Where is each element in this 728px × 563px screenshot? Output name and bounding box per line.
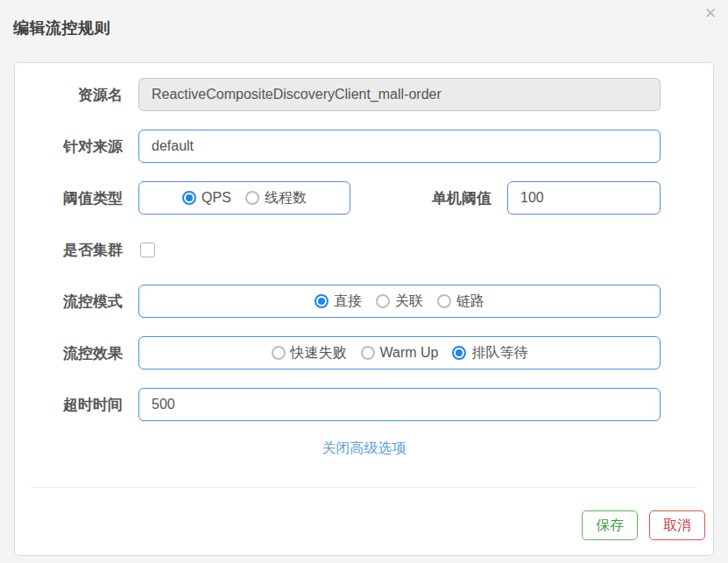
grade-option-qps-label: QPS xyxy=(201,190,231,206)
behavior-option-fail-fast-label: 快速失败 xyxy=(291,344,347,362)
toggle-advanced-link[interactable]: 关闭高级选项 xyxy=(15,440,713,457)
limit-app-control xyxy=(138,130,661,163)
timeout-control xyxy=(138,388,661,421)
strategy-option-chain-label: 链路 xyxy=(456,292,484,311)
grade-option-thread-label: 线程数 xyxy=(265,189,307,208)
radio-checked-icon[interactable] xyxy=(452,346,466,360)
grade-option-qps[interactable]: QPS xyxy=(182,190,231,206)
strategy-row: 流控模式 直接 关联 链路 xyxy=(32,285,661,318)
cancel-button[interactable]: 取消 xyxy=(649,510,705,540)
behavior-control: 快速失败 Warm Up 排队等待 xyxy=(138,336,661,369)
radio-unchecked-icon[interactable] xyxy=(272,346,286,360)
strategy-radio-group: 直接 关联 链路 xyxy=(138,285,661,318)
threshold-input[interactable] xyxy=(507,181,661,215)
radio-checked-icon[interactable] xyxy=(182,191,196,205)
behavior-label: 流控效果 xyxy=(32,343,138,363)
grade-row: 阈值类型 QPS 线程数 单机阈值 xyxy=(32,181,661,215)
radio-unchecked-icon[interactable] xyxy=(437,294,451,308)
dialog-title: 编辑流控规则 xyxy=(13,18,110,39)
behavior-option-queue[interactable]: 排队等待 xyxy=(452,344,527,362)
close-icon[interactable]: ✕ xyxy=(701,4,720,24)
behavior-option-warm-up-label: Warm Up xyxy=(380,345,439,361)
strategy-option-direct-label: 直接 xyxy=(334,292,362,311)
radio-checked-icon[interactable] xyxy=(315,294,329,308)
threshold-label: 单机阈值 xyxy=(432,188,491,208)
strategy-option-chain[interactable]: 链路 xyxy=(437,292,484,311)
timeout-row: 超时时间 xyxy=(32,388,661,421)
radio-unchecked-icon[interactable] xyxy=(245,191,259,205)
dialog-footer: 保存 取消 xyxy=(15,488,713,540)
radio-unchecked-icon[interactable] xyxy=(376,294,390,308)
radio-unchecked-icon[interactable] xyxy=(361,346,375,360)
strategy-option-relate[interactable]: 关联 xyxy=(376,292,423,311)
cluster-checkbox[interactable] xyxy=(140,243,155,257)
grade-option-thread[interactable]: 线程数 xyxy=(245,189,307,208)
behavior-option-queue-label: 排队等待 xyxy=(471,344,527,362)
behavior-row: 流控效果 快速失败 Warm Up 排队等待 xyxy=(32,336,661,369)
grade-control: QPS 线程数 单机阈值 xyxy=(138,181,661,215)
strategy-control: 直接 关联 链路 xyxy=(138,285,661,318)
edit-rule-form-panel: 资源名 针对来源 阈值类型 QPS 线程数 单机阈值 xyxy=(14,62,714,556)
grade-label: 阈值类型 xyxy=(32,188,138,208)
cluster-row: 是否集群 xyxy=(32,233,661,266)
timeout-input[interactable] xyxy=(138,388,661,421)
behavior-option-warm-up[interactable]: Warm Up xyxy=(361,345,439,361)
resource-input xyxy=(138,78,661,111)
strategy-label: 流控模式 xyxy=(32,292,138,312)
timeout-label: 超时时间 xyxy=(32,395,138,415)
resource-label: 资源名 xyxy=(32,85,138,105)
cluster-control xyxy=(138,233,661,266)
strategy-option-direct[interactable]: 直接 xyxy=(315,292,362,311)
save-button[interactable]: 保存 xyxy=(582,510,638,540)
limit-app-row: 针对来源 xyxy=(32,130,661,163)
limit-app-input[interactable] xyxy=(138,130,661,163)
resource-row: 资源名 xyxy=(32,78,661,111)
cluster-label: 是否集群 xyxy=(32,240,138,260)
behavior-option-fail-fast[interactable]: 快速失败 xyxy=(272,344,347,362)
limit-app-label: 针对来源 xyxy=(32,137,138,157)
behavior-radio-group: 快速失败 Warm Up 排队等待 xyxy=(138,336,661,369)
strategy-option-relate-label: 关联 xyxy=(395,292,423,311)
grade-radio-group: QPS 线程数 xyxy=(138,181,350,215)
resource-control xyxy=(138,78,661,111)
